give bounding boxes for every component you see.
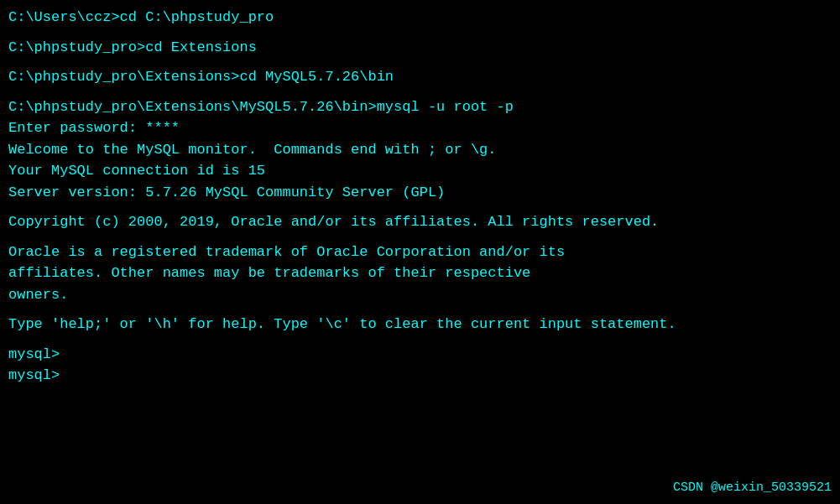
- cmd-line-5: Enter password: ****: [8, 117, 832, 139]
- mysql-prompt-2: mysql>: [8, 365, 832, 387]
- cmd-line-7: Your MySQL connection id is 15: [8, 160, 832, 182]
- cmd-line-2: C:\phpstudy_pro>cd Extensions: [8, 37, 832, 59]
- cmd-line-9: Copyright (c) 2000, 2019, Oracle and/or …: [8, 211, 832, 233]
- cmd-line-13: Type 'help;' or '\h' for help. Type '\c'…: [8, 314, 832, 335]
- spacer-2: [8, 58, 832, 66]
- cmd-line-1: C:\Users\ccz>cd C:\phpstudy_pro: [8, 7, 832, 29]
- spacer-3: [8, 88, 832, 96]
- cmd-line-4: C:\phpstudy_pro\Extensions\MySQL5.7.26\b…: [8, 96, 832, 118]
- spacer-1: [8, 29, 832, 37]
- spacer-4: [8, 203, 832, 211]
- mysql-prompt-1: mysql>: [8, 344, 832, 366]
- cmd-line-12: owners.: [8, 284, 832, 306]
- cmd-line-11: affiliates. Other names may be trademark…: [8, 262, 832, 284]
- spacer-5: [8, 233, 832, 242]
- spacer-6: [8, 305, 832, 314]
- watermark: CSDN @weixin_50339521: [673, 479, 832, 498]
- cmd-line-10: Oracle is a registered trademark of Orac…: [8, 242, 832, 263]
- terminal-window[interactable]: C:\Users\ccz>cd C:\phpstudy_pro C:\phpst…: [0, 0, 840, 504]
- spacer-7: [8, 335, 832, 344]
- cmd-line-8: Server version: 5.7.26 MySQL Community S…: [8, 182, 832, 204]
- cmd-line-6: Welcome to the MySQL monitor. Commands e…: [8, 139, 832, 161]
- cmd-line-3: C:\phpstudy_pro\Extensions>cd MySQL5.7.2…: [8, 66, 832, 88]
